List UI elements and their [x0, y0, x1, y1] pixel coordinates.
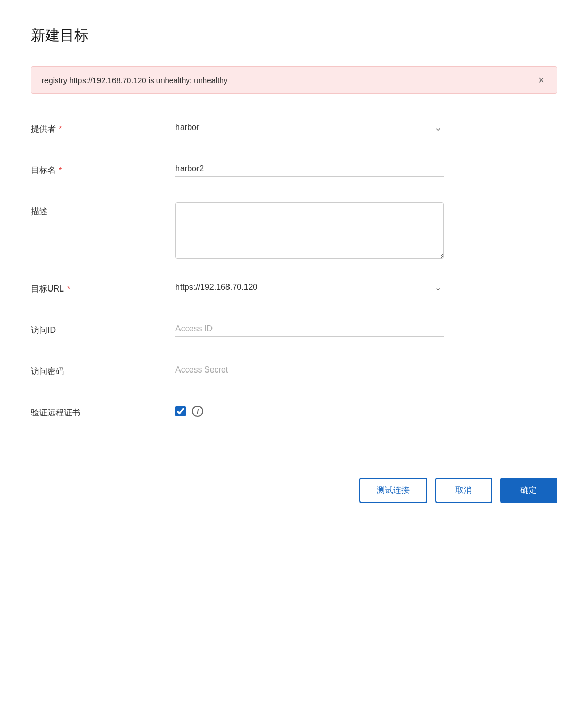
access-secret-field	[175, 362, 444, 378]
target-url-select-wrapper: https://192.168.70.120 ⌄	[175, 280, 444, 295]
target-name-field	[175, 161, 444, 177]
verify-cert-checkbox-row: i	[175, 403, 444, 417]
target-url-field: https://192.168.70.120 ⌄	[175, 280, 444, 295]
provider-select-wrapper: harbor docker hub aws ecr azure acr goog…	[175, 120, 444, 135]
target-name-required: *	[59, 166, 62, 175]
test-connection-button[interactable]: 测试连接	[359, 478, 427, 503]
target-url-select[interactable]: https://192.168.70.120	[175, 280, 444, 295]
verify-cert-checkbox[interactable]	[175, 406, 186, 416]
description-label: 描述	[31, 202, 175, 217]
target-name-row: 目标名 *	[31, 161, 557, 184]
info-icon[interactable]: i	[192, 406, 203, 417]
cancel-button[interactable]: 取消	[435, 478, 492, 503]
provider-row: 提供者 * harbor docker hub aws ecr azure ac…	[31, 120, 557, 142]
access-id-label: 访问ID	[31, 321, 175, 336]
access-id-input[interactable]	[175, 321, 444, 337]
verify-cert-label: 验证远程证书	[31, 403, 175, 418]
description-row: 描述	[31, 202, 557, 261]
provider-field: harbor docker hub aws ecr azure acr goog…	[175, 120, 444, 135]
provider-required: *	[59, 125, 62, 134]
provider-select[interactable]: harbor docker hub aws ecr azure acr goog…	[175, 120, 444, 135]
target-name-label: 目标名 *	[31, 161, 175, 176]
target-url-required: *	[67, 285, 70, 294]
target-name-input[interactable]	[175, 161, 444, 177]
footer-buttons: 测试连接 取消 确定	[31, 467, 557, 503]
access-secret-input[interactable]	[175, 362, 444, 378]
provider-label: 提供者 *	[31, 120, 175, 135]
page-title: 新建目标	[31, 26, 557, 45]
access-id-field	[175, 321, 444, 337]
target-url-label: 目标URL *	[31, 280, 175, 295]
description-field	[175, 202, 444, 261]
error-message: registry https://192.168.70.120 is unhea…	[42, 76, 227, 85]
target-url-row: 目标URL * https://192.168.70.120 ⌄	[31, 280, 557, 302]
access-secret-label: 访问密码	[31, 362, 175, 377]
form: 提供者 * harbor docker hub aws ecr azure ac…	[31, 120, 557, 426]
verify-cert-row: 验证远程证书 i	[31, 403, 557, 426]
error-banner: registry https://192.168.70.120 is unhea…	[31, 66, 557, 94]
access-id-row: 访问ID	[31, 321, 557, 344]
access-secret-row: 访问密码	[31, 362, 557, 385]
confirm-button[interactable]: 确定	[500, 478, 557, 503]
description-textarea[interactable]	[175, 202, 444, 259]
close-error-button[interactable]: ×	[536, 75, 546, 85]
verify-cert-field: i	[175, 403, 444, 417]
